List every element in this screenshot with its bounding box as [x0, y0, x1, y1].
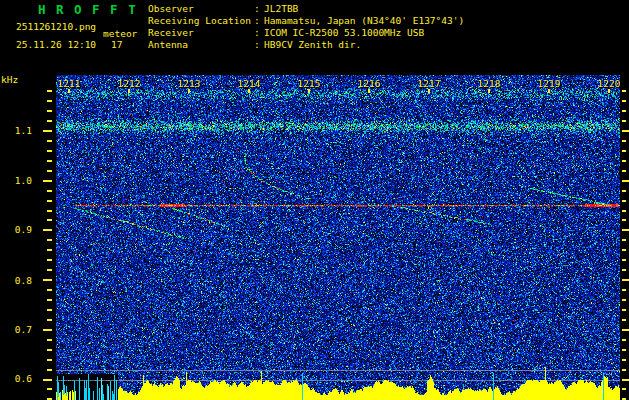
time-label: 1214 [238, 78, 261, 89]
freq-major-tick [43, 130, 52, 132]
time-tick [368, 89, 370, 93]
station-info-block: Observer:JL2TBB Receiving Location:Hamam… [148, 3, 464, 51]
time-label: 1213 [178, 78, 201, 89]
freq-minor-tick-right [622, 249, 626, 251]
freq-minor-tick [47, 100, 52, 102]
freq-minor-tick [47, 90, 52, 92]
time-tick [68, 89, 70, 93]
freq-minor-tick-right [622, 140, 626, 142]
freq-minor-tick-right [622, 160, 626, 162]
freq-minor-tick [47, 369, 52, 371]
info-value: ICOM IC-R2500 53.1000MHz USB [264, 27, 424, 39]
freq-minor-tick [47, 210, 52, 212]
info-separator: : [254, 39, 264, 51]
time-label: 1216 [358, 78, 381, 89]
time-tick [188, 89, 190, 93]
freq-minor-tick [47, 259, 52, 261]
info-value: JL2TBB [264, 3, 298, 15]
info-label: Receiving Location [148, 15, 254, 27]
freq-minor-tick [47, 190, 52, 192]
freq-label: 0.8 [4, 275, 32, 286]
freq-minor-tick-right [622, 369, 626, 371]
freq-major-tick [43, 180, 52, 182]
freq-minor-tick-right [622, 120, 626, 122]
freq-label: 0.7 [4, 324, 32, 335]
time-label: 1215 [298, 78, 321, 89]
freq-major-tick [43, 229, 52, 231]
freq-minor-tick-right [622, 200, 626, 202]
observation-datetime: 25.11.26 12:10 [16, 39, 96, 50]
freq-minor-tick-right [622, 219, 626, 221]
freq-minor-tick-right [622, 289, 626, 291]
info-value: Hamamatsu, Japan (N34°40' E137°43') [264, 15, 464, 27]
freq-minor-tick-right [622, 150, 626, 152]
freq-minor-tick [47, 269, 52, 271]
freq-major-tick-right [622, 329, 629, 331]
freq-major-tick [43, 279, 52, 281]
hrofft-window: HROFFT 2511261210.png meteor 25.11.26 12… [0, 0, 629, 400]
info-separator: : [254, 15, 264, 27]
time-label: 1218 [478, 78, 501, 89]
info-row-observer: Observer:JL2TBB [148, 3, 464, 15]
freq-minor-tick [47, 120, 52, 122]
freq-minor-tick-right [622, 359, 626, 361]
info-separator: : [254, 3, 264, 15]
freq-minor-tick [47, 239, 52, 241]
time-tick [308, 89, 310, 93]
time-tick [428, 89, 430, 93]
freq-minor-tick [47, 349, 52, 351]
freq-minor-tick [47, 339, 52, 341]
freq-minor-tick-right [622, 210, 626, 212]
freq-minor-tick-right [622, 299, 626, 301]
info-row-location: Receiving Location:Hamamatsu, Japan (N34… [148, 15, 464, 27]
info-label: Antenna [148, 39, 254, 51]
freq-minor-tick [47, 110, 52, 112]
time-label: 1217 [418, 78, 441, 89]
info-value: HB9CV Zenith dir. [264, 39, 361, 51]
freq-minor-tick-right [622, 319, 626, 321]
time-label: 1212 [118, 78, 141, 89]
freq-major-tick-right [622, 229, 629, 231]
freq-label: 1.0 [4, 175, 32, 186]
freq-major-tick [43, 379, 52, 381]
freq-minor-tick [47, 299, 52, 301]
freq-minor-tick-right [622, 170, 626, 172]
freq-minor-tick-right [622, 339, 626, 341]
freq-label: 1.1 [4, 125, 32, 136]
freq-label: 0.6 [4, 373, 32, 384]
freq-minor-tick-right [622, 349, 626, 351]
time-tick [608, 89, 610, 93]
time-tick [128, 89, 130, 93]
info-label: Observer [148, 3, 254, 15]
info-separator: : [254, 27, 264, 39]
freq-major-tick-right [622, 379, 629, 381]
freq-minor-tick-right [622, 90, 626, 92]
freq-minor-tick-right [622, 259, 626, 261]
freq-major-tick-right [622, 130, 629, 132]
freq-minor-tick-right [622, 239, 626, 241]
freq-minor-tick [47, 388, 52, 390]
freq-minor-tick-right [622, 100, 626, 102]
freq-minor-tick [47, 289, 52, 291]
freq-major-tick-right [622, 279, 629, 281]
info-row-antenna: Antenna:HB9CV Zenith dir. [148, 39, 464, 51]
time-tick [488, 89, 490, 93]
app-title: HROFFT [38, 2, 146, 17]
freq-minor-tick-right [622, 110, 626, 112]
freq-minor-tick [47, 219, 52, 221]
freq-minor-tick-right [622, 269, 626, 271]
freq-axis-unit: kHz [1, 74, 18, 85]
freq-minor-tick-right [622, 190, 626, 192]
time-label: 1211 [58, 78, 81, 89]
freq-minor-tick [47, 160, 52, 162]
info-label: Receiver [148, 27, 254, 39]
time-tick [548, 89, 550, 93]
meteor-count: 17 [111, 39, 122, 50]
freq-label: 0.9 [4, 224, 32, 235]
output-filename: 2511261210.png [16, 21, 96, 32]
freq-minor-tick [47, 200, 52, 202]
spectrogram-canvas [56, 75, 620, 400]
time-label: 1219 [538, 78, 561, 89]
freq-minor-tick-right [622, 388, 626, 390]
freq-minor-tick-right [622, 309, 626, 311]
